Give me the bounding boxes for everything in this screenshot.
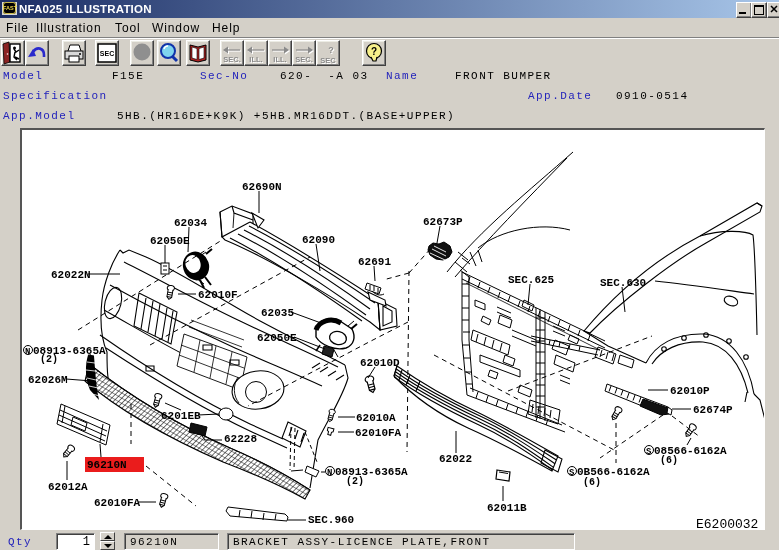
svg-text:ILL.: ILL. <box>273 55 286 64</box>
svg-text:62674P: 62674P <box>693 404 733 416</box>
svg-text:SEC.625: SEC.625 <box>508 274 555 286</box>
svg-text:SEC.630: SEC.630 <box>600 277 646 289</box>
svg-text:62010F: 62010F <box>198 289 238 301</box>
svg-text:SEC.960: SEC.960 <box>308 514 354 526</box>
svg-text:SEC: SEC <box>320 56 336 65</box>
svg-text:62010P: 62010P <box>670 385 710 397</box>
svg-text:62010FA: 62010FA <box>94 497 141 509</box>
svg-text:E6200032: E6200032 <box>696 517 758 529</box>
svg-text:96210N: 96210N <box>87 459 127 471</box>
svg-text:(6): (6) <box>660 455 678 466</box>
svg-text:SEC.: SEC. <box>295 55 313 64</box>
svg-text:N: N <box>25 347 30 357</box>
svg-text:?: ? <box>371 46 377 57</box>
svg-text:62010D: 62010D <box>360 357 400 369</box>
svg-text:62010FA: 62010FA <box>355 427 402 439</box>
svg-text:62011B: 62011B <box>487 502 527 514</box>
svg-text:S: S <box>569 468 575 478</box>
svg-text:SEC: SEC <box>100 50 114 57</box>
svg-text:SEC.: SEC. <box>223 55 241 64</box>
svg-text:62673P: 62673P <box>423 216 463 228</box>
svg-text:N: N <box>327 468 332 478</box>
svg-text:62690N: 62690N <box>242 181 282 193</box>
svg-text:S: S <box>646 447 652 457</box>
svg-text:62012A: 62012A <box>48 481 88 493</box>
svg-text:62691: 62691 <box>358 256 391 268</box>
svg-text:62010A: 62010A <box>356 412 396 424</box>
svg-text:ILL.: ILL. <box>249 55 262 64</box>
svg-text:62050E: 62050E <box>150 235 190 247</box>
svg-text:62090: 62090 <box>302 234 335 246</box>
svg-text:62035: 62035 <box>261 307 294 319</box>
svg-text:62228: 62228 <box>224 433 257 445</box>
svg-text:?: ? <box>328 45 334 55</box>
svg-text:62022: 62022 <box>439 453 472 465</box>
svg-text:(6): (6) <box>583 477 601 488</box>
svg-text:(2): (2) <box>40 354 58 365</box>
svg-text:6201EB: 6201EB <box>161 410 201 422</box>
svg-text:62022N: 62022N <box>51 269 91 281</box>
svg-text:62034: 62034 <box>174 217 207 229</box>
svg-text:62050E: 62050E <box>257 332 297 344</box>
svg-text:62026M: 62026M <box>28 374 68 386</box>
svg-text:(2): (2) <box>346 476 364 487</box>
